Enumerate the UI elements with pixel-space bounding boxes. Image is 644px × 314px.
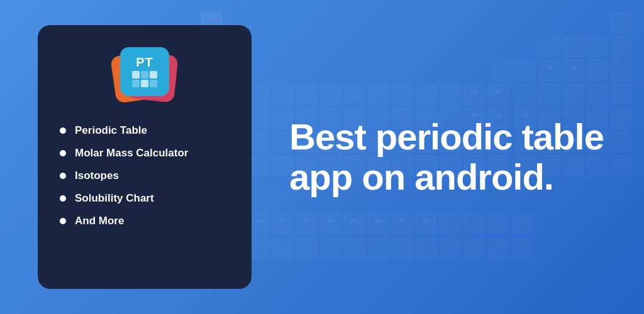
feature-card: PT Periodic Table (38, 25, 252, 289)
svg-rect-37 (416, 84, 436, 104)
feature-list: Periodic Table Molar Mass Calculator Iso… (60, 124, 230, 227)
right-content: Best periodic table app on android. (252, 104, 644, 210)
svg-text:Eu: Eu (400, 219, 406, 223)
svg-rect-114 (249, 214, 269, 234)
svg-rect-43 (516, 84, 536, 104)
svg-rect-44 (540, 84, 560, 104)
app-icon: PT (113, 44, 176, 107)
svg-rect-22 (564, 60, 584, 80)
svg-rect-132 (488, 214, 508, 234)
svg-rect-25 (611, 60, 631, 80)
icon-grid-cell (141, 71, 148, 78)
bullet-icon (60, 150, 66, 156)
svg-rect-19 (516, 60, 536, 80)
svg-rect-135 (273, 239, 293, 259)
feature-item-3: Isotopes (60, 170, 230, 182)
feature-label-5: And More (75, 215, 124, 227)
feature-item-4: Solubility Chart (60, 192, 230, 205)
svg-rect-18 (492, 60, 512, 80)
svg-rect-131 (464, 214, 484, 234)
svg-rect-124 (369, 214, 389, 234)
bullet-icon (60, 127, 66, 134)
feature-label-1: Periodic Table (75, 124, 147, 137)
svg-rect-143 (464, 239, 484, 259)
svg-rect-134 (249, 239, 269, 259)
svg-rect-140 (392, 239, 413, 259)
icon-grid-cell (150, 71, 157, 78)
svg-rect-31 (273, 84, 293, 104)
feature-item-2: Molar Mass Calculator (60, 147, 230, 160)
bullet-icon (60, 195, 66, 202)
feature-item-5: And More (60, 215, 230, 227)
svg-text:Si: Si (572, 65, 576, 70)
svg-text:Sm: Sm (375, 219, 382, 223)
svg-rect-46 (587, 84, 608, 104)
main-container: .el { fill: rgba(255,255,255,0.12); stro… (0, 0, 644, 314)
feature-label-3: Isotopes (75, 170, 119, 182)
svg-rect-145 (512, 239, 532, 259)
svg-rect-133 (512, 214, 532, 234)
svg-text:Pm: Pm (352, 219, 358, 223)
svg-rect-35 (369, 84, 389, 104)
svg-rect-33 (321, 84, 341, 104)
icon-pt-label: PT (136, 56, 153, 68)
svg-rect-32 (297, 84, 317, 104)
svg-rect-11 (564, 36, 584, 57)
bullet-icon (60, 173, 66, 179)
svg-rect-142 (440, 239, 460, 259)
bullet-icon (60, 218, 66, 224)
svg-rect-45 (564, 84, 584, 104)
svg-text:Pr: Pr (304, 219, 309, 223)
svg-rect-138 (345, 239, 365, 259)
svg-rect-144 (488, 239, 508, 259)
svg-rect-118 (297, 214, 317, 234)
svg-text:Cu: Cu (471, 89, 477, 94)
svg-rect-38 (440, 84, 460, 104)
svg-text:Ce: Ce (280, 219, 286, 223)
icon-grid-cell (141, 80, 148, 87)
svg-rect-12 (587, 36, 608, 57)
svg-rect-136 (297, 239, 317, 259)
svg-rect-13 (611, 36, 631, 57)
svg-text:Al: Al (548, 65, 552, 70)
hero-heading: Best periodic table app on android. (289, 117, 619, 197)
svg-text:Gd: Gd (423, 219, 430, 223)
icon-grid (132, 71, 157, 87)
svg-text:La: La (257, 219, 262, 223)
svg-text:H: H (209, 18, 213, 22)
svg-rect-24 (587, 60, 608, 80)
svg-rect-139 (369, 239, 389, 259)
svg-rect-20 (540, 60, 560, 80)
svg-rect-130 (440, 214, 460, 234)
svg-rect-30 (249, 84, 269, 104)
svg-rect-47 (611, 84, 631, 104)
svg-rect-39 (464, 84, 484, 104)
svg-rect-120 (321, 214, 341, 234)
svg-rect-41 (488, 84, 508, 104)
svg-rect-116 (273, 214, 293, 234)
icon-grid-cell (150, 80, 157, 87)
icon-grid-cell (132, 71, 140, 78)
svg-rect-126 (392, 214, 413, 234)
svg-rect-128 (416, 214, 436, 234)
svg-rect-3 (611, 13, 631, 33)
svg-rect-34 (345, 84, 365, 104)
feature-label-4: Solubility Chart (75, 192, 154, 205)
svg-rect-10 (540, 36, 560, 57)
svg-rect-137 (321, 239, 341, 259)
feature-label-2: Molar Mass Calculator (75, 147, 188, 160)
icon-grid-cell (132, 80, 140, 87)
svg-rect-36 (392, 84, 413, 104)
feature-item-1: Periodic Table (60, 124, 230, 137)
svg-text:Zn: Zn (496, 89, 501, 94)
svg-rect-141 (416, 239, 436, 259)
app-icon-wrapper: PT (60, 44, 230, 107)
icon-layer-main: PT (120, 47, 169, 96)
svg-rect-122 (345, 214, 365, 234)
svg-text:Nd: Nd (328, 219, 333, 223)
